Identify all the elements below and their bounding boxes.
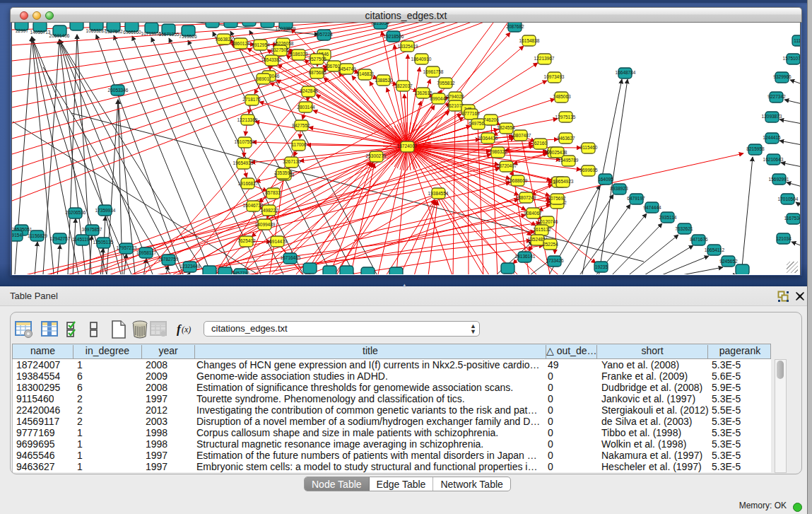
svg-text:20053346: 20053346 — [108, 88, 129, 93]
svg-text:2087682: 2087682 — [506, 24, 524, 29]
svg-text:11156829: 11156829 — [28, 233, 47, 238]
svg-text:15495789: 15495789 — [558, 158, 579, 163]
svg-text:15751074: 15751074 — [783, 56, 801, 61]
svg-text:10688609: 10688609 — [507, 178, 528, 183]
svg-text:8454749: 8454749 — [338, 66, 356, 71]
svg-text:9327505: 9327505 — [271, 47, 289, 52]
svg-text:746206: 746206 — [483, 117, 499, 122]
svg-text:10120746: 10120746 — [538, 219, 558, 224]
svg-text:(x): (x) — [182, 325, 191, 334]
svg-text:7986322: 7986322 — [489, 149, 507, 154]
svg-text:10958117: 10958117 — [136, 250, 157, 255]
svg-text:2935114: 2935114 — [659, 215, 677, 220]
svg-text:30975857: 30975857 — [82, 227, 102, 232]
svg-text:1498222: 1498222 — [260, 208, 278, 213]
svg-text:10653287: 10653287 — [86, 28, 107, 33]
svg-text:12975135: 12975135 — [555, 115, 576, 119]
svg-text:9227342: 9227342 — [767, 94, 786, 99]
svg-text:16782759: 16782759 — [158, 257, 179, 262]
svg-text:117006: 117006 — [291, 142, 307, 147]
svg-text:10973493: 10973493 — [544, 74, 565, 79]
svg-text:18807249: 18807249 — [516, 195, 536, 200]
svg-text:10654112: 10654112 — [705, 247, 725, 252]
svg-text:6479197: 6479197 — [627, 196, 645, 201]
svg-text:16648784: 16648784 — [616, 70, 636, 75]
svg-text:15716485: 15716485 — [281, 255, 301, 260]
svg-text:7515526: 7515526 — [179, 34, 197, 39]
svg-text:25300275: 25300275 — [366, 153, 387, 158]
svg-text:16154838: 16154838 — [519, 38, 540, 43]
svg-text:1824554: 1824554 — [497, 125, 515, 130]
svg-text:16914479: 16914479 — [267, 239, 288, 244]
svg-text:9777169: 9777169 — [461, 111, 480, 116]
svg-text:8860124: 8860124 — [232, 41, 250, 46]
svg-text:14136141: 14136141 — [515, 254, 536, 259]
svg-text:12093873: 12093873 — [762, 114, 782, 119]
svg-text:8938923: 8938923 — [610, 186, 628, 191]
svg-text:15692991: 15692991 — [769, 177, 789, 182]
svg-text:9457791: 9457791 — [232, 271, 250, 274]
svg-text:16671355: 16671355 — [159, 32, 180, 37]
svg-text:62160: 62160 — [534, 141, 547, 146]
svg-text:16543382: 16543382 — [261, 57, 282, 62]
svg-text:19654933: 19654933 — [233, 160, 254, 165]
svg-text:19654923: 19654923 — [553, 179, 574, 184]
svg-text:7957224: 7957224 — [314, 32, 333, 37]
svg-text:9146821: 9146821 — [356, 71, 375, 76]
svg-text:9245652: 9245652 — [719, 259, 738, 264]
svg-text:10807487: 10807487 — [511, 133, 531, 138]
svg-text:18724007: 18724007 — [397, 144, 418, 148]
svg-text:14055713: 14055713 — [30, 30, 51, 35]
svg-text:1244415: 1244415 — [763, 135, 781, 140]
svg-text:252254: 252254 — [543, 242, 558, 247]
svg-text:8912954: 8912954 — [252, 42, 270, 47]
svg-text:39154: 39154 — [12, 233, 22, 238]
svg-text:8813054: 8813054 — [371, 23, 389, 25]
svg-text:9699695: 9699695 — [579, 168, 598, 173]
svg-text:857833: 857833 — [265, 190, 281, 195]
svg-text:3875685: 3875685 — [308, 70, 326, 75]
svg-text:10025438: 10025438 — [547, 150, 567, 155]
svg-text:17359934: 17359934 — [95, 208, 116, 213]
svg-text:8471676: 8471676 — [690, 237, 708, 242]
svg-text:16046738: 16046738 — [243, 203, 264, 208]
svg-text:16033809: 16033809 — [276, 26, 296, 31]
svg-text:20691406: 20691406 — [49, 33, 70, 38]
svg-text:12323448: 12323448 — [180, 264, 201, 269]
svg-text:9115460: 9115460 — [580, 145, 598, 150]
svg-text:16210643: 16210643 — [763, 157, 784, 162]
svg-text:8427552: 8427552 — [292, 123, 310, 128]
svg-text:1527602: 1527602 — [105, 29, 123, 34]
svg-text:3267130: 3267130 — [283, 159, 301, 164]
svg-text:1388520: 1388520 — [375, 78, 393, 83]
svg-text:22997: 22997 — [16, 28, 28, 33]
svg-text:1167534: 1167534 — [784, 216, 801, 221]
svg-text:7625402: 7625402 — [237, 238, 256, 243]
svg-text:6794028: 6794028 — [446, 94, 464, 99]
svg-text:19218506: 19218506 — [384, 34, 404, 39]
svg-text:12213369: 12213369 — [237, 117, 258, 122]
svg-text:7485063: 7485063 — [553, 94, 571, 99]
svg-text:7663822: 7663822 — [215, 37, 233, 42]
svg-text:9474444: 9474444 — [643, 205, 661, 210]
svg-text:1117: 1117 — [794, 38, 801, 43]
svg-text:121034: 121034 — [776, 236, 792, 241]
svg-text:6966160: 6966160 — [123, 30, 141, 35]
svg-text:18720407: 18720407 — [497, 163, 517, 168]
svg-text:16107553: 16107553 — [235, 139, 255, 144]
svg-text:12505135: 12505135 — [93, 240, 114, 245]
svg-text:20364436: 20364436 — [478, 136, 498, 141]
svg-text:13325419: 13325419 — [398, 44, 418, 49]
svg-text:1615132: 1615132 — [533, 227, 551, 232]
svg-text:11451194: 11451194 — [72, 237, 92, 242]
svg-text:12942757: 12942757 — [50, 236, 71, 241]
svg-text:1353594: 1353594 — [274, 170, 293, 175]
svg-text:20206536: 20206536 — [66, 210, 86, 215]
svg-text:14099489: 14099489 — [255, 222, 276, 227]
svg-text:7632621: 7632621 — [675, 226, 693, 231]
svg-text:19384554: 19384554 — [428, 191, 449, 196]
svg-text:19235: 19235 — [595, 264, 608, 269]
svg-text:18640910: 18640910 — [411, 57, 432, 62]
svg-text:16961758: 16961758 — [423, 69, 444, 74]
svg-text:17010504: 17010504 — [778, 197, 799, 201]
